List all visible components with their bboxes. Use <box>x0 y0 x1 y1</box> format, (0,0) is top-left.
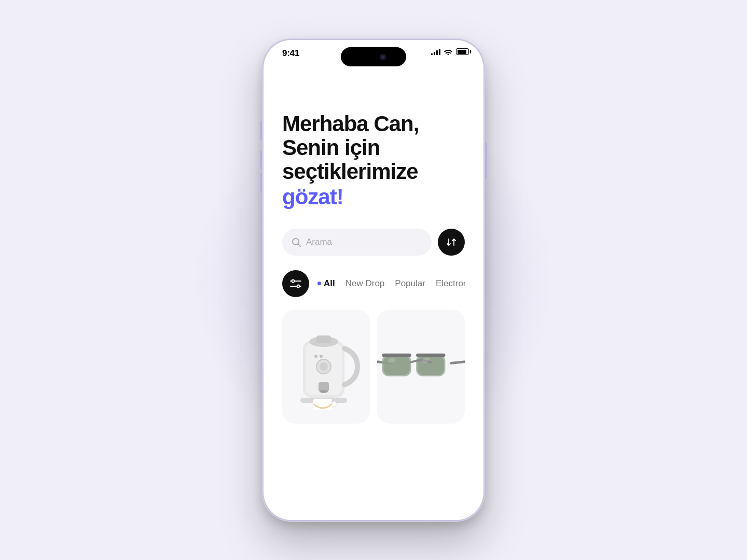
product-card-sunglasses[interactable] <box>377 310 465 424</box>
main-content: Merhaba Can, Senin için seçtiklerimize g… <box>264 71 483 520</box>
svg-rect-24 <box>383 356 410 375</box>
svg-line-22 <box>451 362 465 363</box>
svg-line-1 <box>298 244 300 246</box>
signal-bars-icon <box>431 49 440 55</box>
wifi-icon <box>444 49 452 55</box>
svg-point-14 <box>320 390 328 393</box>
greeting-section: Merhaba Can, Senin için seçtiklerimize g… <box>282 112 465 210</box>
category-all[interactable]: All <box>317 278 335 289</box>
status-icons <box>431 48 469 55</box>
greeting-line2: Senin için seçtiklerimize <box>282 136 465 184</box>
categories-list: All New Drop Popular Electronics Vehicle <box>317 278 465 289</box>
phone-frame: 9:41 <box>262 38 485 522</box>
svg-rect-28 <box>416 354 445 357</box>
signal-bar-3 <box>436 50 438 55</box>
filter-categories-row: All New Drop Popular Electronics Vehicle <box>282 270 465 297</box>
signal-bar-1 <box>431 53 433 55</box>
scene: 9:41 <box>197 26 550 534</box>
svg-point-17 <box>314 355 317 358</box>
category-new-drop[interactable]: New Drop <box>345 278 385 289</box>
category-popular-label: Popular <box>395 278 425 289</box>
signal-bar-2 <box>434 52 435 55</box>
status-time: 9:41 <box>282 48 299 59</box>
greeting-line1: Merhaba Can, <box>282 112 465 136</box>
battery-icon <box>456 48 469 55</box>
category-all-label: All <box>324 278 335 289</box>
svg-rect-11 <box>316 335 331 343</box>
battery-fill <box>458 50 466 54</box>
search-row: Arama <box>282 229 465 256</box>
product-card-coffee[interactable] <box>282 310 370 424</box>
category-popular[interactable]: Popular <box>395 278 425 289</box>
category-electronics-label: Electronics <box>436 278 465 289</box>
phone-screen: 9:41 <box>264 40 483 520</box>
dynamic-island <box>341 47 406 66</box>
category-new-drop-label: New Drop <box>345 278 385 289</box>
filter-icon <box>290 279 301 288</box>
search-placeholder: Arama <box>306 237 332 247</box>
category-electronics[interactable]: Electronics <box>436 278 465 289</box>
sunglasses-image <box>377 343 465 390</box>
signal-bar-4 <box>439 49 440 55</box>
svg-point-16 <box>320 362 328 371</box>
svg-rect-26 <box>418 356 444 375</box>
search-bar[interactable]: Arama <box>282 229 432 256</box>
products-grid <box>282 310 465 424</box>
sort-icon <box>446 237 457 247</box>
category-all-dot <box>317 282 321 285</box>
svg-rect-27 <box>382 354 411 357</box>
camera <box>380 54 386 60</box>
filter-button[interactable] <box>282 270 309 297</box>
svg-point-18 <box>320 355 323 358</box>
sort-button[interactable] <box>438 229 465 256</box>
greeting-line3: gözat! <box>282 184 465 210</box>
search-icon <box>292 237 301 247</box>
svg-point-0 <box>293 239 299 245</box>
svg-rect-20 <box>332 401 336 407</box>
coffee-machine-image <box>287 320 365 413</box>
